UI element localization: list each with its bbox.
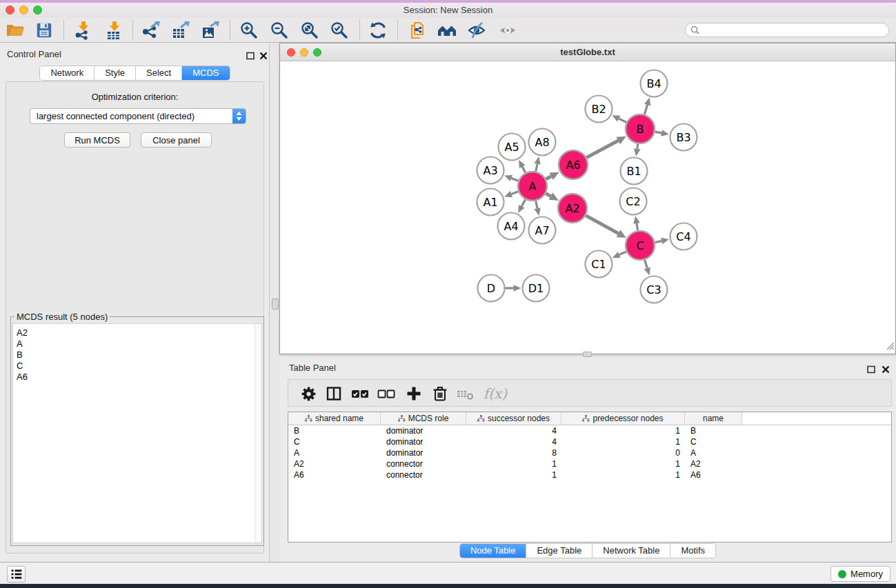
mcds-result-item[interactable]: A2 <box>17 327 261 338</box>
tab-style[interactable]: Style <box>94 66 136 80</box>
chevron-updown-icon <box>232 109 246 123</box>
export-table-icon[interactable] <box>170 20 191 41</box>
export-image-icon[interactable] <box>200 20 221 41</box>
show-columns-icon[interactable] <box>323 383 344 404</box>
graph-edge-C-C3[interactable] <box>645 260 648 268</box>
export-network-icon[interactable] <box>141 20 161 41</box>
import-table-icon[interactable] <box>104 20 125 41</box>
float-panel-icon[interactable] <box>867 364 875 372</box>
table-row[interactable]: Bdominator41B <box>288 425 891 436</box>
close-traffic-light[interactable] <box>6 6 14 14</box>
close-traffic-light[interactable] <box>287 48 295 57</box>
show-all-icon[interactable] <box>497 20 518 41</box>
tab-mcds[interactable]: MCDS <box>182 66 229 80</box>
search-icon <box>690 26 699 34</box>
table-cell: 1 <box>561 469 685 480</box>
function-builder-button[interactable]: f(x) <box>480 383 510 404</box>
table-row[interactable]: A6connector11A6 <box>288 469 891 480</box>
zoom-out-icon[interactable] <box>269 20 290 41</box>
arrowhead-icon <box>644 267 650 276</box>
table-row[interactable]: Adominator80A <box>288 447 891 458</box>
hide-selected-icon[interactable] <box>466 20 487 41</box>
graph-edge-B-B4[interactable] <box>644 105 647 114</box>
refresh-layout-icon[interactable] <box>368 20 388 41</box>
node-attribute-table[interactable]: shared nameMCDS rolesuccessor nodesprede… <box>288 412 892 543</box>
new-network-from-selection-icon[interactable] <box>408 20 428 41</box>
memory-button[interactable]: Memory <box>830 566 890 582</box>
delete-column-trash-icon[interactable] <box>430 383 450 404</box>
table-settings-gear-icon[interactable] <box>298 383 319 404</box>
mcds-result-scrollbar[interactable] <box>255 324 261 543</box>
graph-edge-A-A7[interactable] <box>536 201 537 208</box>
add-column-icon[interactable] <box>404 383 424 404</box>
minimize-traffic-light[interactable] <box>300 48 308 57</box>
zoom-fit-icon[interactable] <box>299 20 320 41</box>
graph-edge-A2-C[interactable] <box>586 216 618 234</box>
select-all-rows-icon[interactable] <box>350 383 370 404</box>
close-panel-icon[interactable] <box>882 364 890 372</box>
graph-edge-A-A1[interactable] <box>511 192 518 194</box>
network-canvas[interactable]: B4B2BB3A8A5A6A3B1AC2A1A2A4A7C4CC1DD1C3 <box>280 61 895 354</box>
graph-edge-B-B3[interactable] <box>655 132 661 133</box>
graph-edge-B-B1[interactable] <box>637 144 638 149</box>
window-resize-grip[interactable] <box>886 341 895 353</box>
mcds-result-item[interactable]: A <box>17 338 261 349</box>
tab-edge-table[interactable]: Edge Table <box>526 544 593 558</box>
criterion-value: largest connected component (directed) <box>30 111 232 121</box>
zoom-traffic-light[interactable] <box>313 48 321 57</box>
column-header-MCDS-role[interactable]: MCDS role <box>381 412 466 425</box>
tab-motifs[interactable]: Motifs <box>670 544 715 558</box>
mcds-result-item[interactable]: B <box>17 349 261 361</box>
first-neighbors-icon[interactable] <box>437 20 457 41</box>
table-cell: 1 <box>561 458 685 469</box>
tab-network-table[interactable]: Network Table <box>593 544 670 558</box>
column-header-shared-name[interactable]: shared name <box>288 412 381 425</box>
graph-node-label: C4 <box>676 230 690 243</box>
minimize-traffic-light[interactable] <box>19 6 28 14</box>
graph-edge-A-A6[interactable] <box>546 176 551 179</box>
zoom-selected-icon[interactable] <box>329 20 350 41</box>
save-session-icon[interactable] <box>34 20 54 41</box>
table-row[interactable]: A2connector11A2 <box>288 458 891 469</box>
graph-edge-A6-B[interactable] <box>586 141 618 158</box>
tab-node-table[interactable]: Node Table <box>460 544 527 558</box>
graph-edge-C-C4[interactable] <box>655 241 662 243</box>
graph-node-label: D1 <box>528 282 544 295</box>
table-row[interactable]: Cdominator41C <box>288 436 891 447</box>
task-history-button[interactable] <box>7 566 26 582</box>
graph-node-label: A7 <box>535 224 549 237</box>
graph-node-label: A8 <box>535 136 549 149</box>
delete-table-icon[interactable] <box>455 383 476 404</box>
graph-edge-B-B2[interactable] <box>619 119 626 122</box>
search-text-input[interactable] <box>702 26 875 35</box>
graph-edge-A-A3[interactable] <box>511 178 518 181</box>
float-panel-icon[interactable] <box>246 50 255 59</box>
close-panel-button[interactable]: Close panel <box>141 132 212 148</box>
mcds-result-item[interactable]: A6 <box>17 372 261 383</box>
search-input[interactable] <box>685 23 889 37</box>
column-header-predecessor-nodes[interactable]: predecessor nodes <box>561 412 685 425</box>
vertical-splitter-handle[interactable] <box>272 298 279 310</box>
open-file-icon[interactable] <box>5 20 26 41</box>
close-panel-icon[interactable] <box>259 50 268 59</box>
graph-edge-A-A2[interactable] <box>546 194 550 196</box>
import-network-icon[interactable] <box>73 20 94 41</box>
criterion-dropdown[interactable]: largest connected component (directed) <box>30 108 246 124</box>
graph-edge-A-A4[interactable] <box>521 199 525 206</box>
graph-node-label: A1 <box>483 196 497 209</box>
tab-network[interactable]: Network <box>40 66 94 80</box>
graph-edge-C-C1[interactable] <box>619 252 626 255</box>
zoom-in-icon[interactable] <box>239 20 259 41</box>
horizontal-splitter-handle[interactable] <box>583 352 592 357</box>
mcds-result-item[interactable]: C <box>17 361 261 372</box>
deselect-all-rows-icon[interactable] <box>376 383 397 404</box>
tab-select[interactable]: Select <box>136 66 182 80</box>
graph-edge-A-A5[interactable] <box>522 167 526 173</box>
column-header-successor-nodes[interactable]: successor nodes <box>466 412 561 425</box>
run-mcds-button[interactable]: Run MCDS <box>64 132 130 148</box>
column-header-name[interactable]: name <box>685 412 742 425</box>
graph-edge-A-A8[interactable] <box>536 164 537 172</box>
graph-node-label: B1 <box>626 165 641 178</box>
graph-edge-C-C2[interactable] <box>637 223 638 230</box>
zoom-traffic-light[interactable] <box>33 6 42 14</box>
